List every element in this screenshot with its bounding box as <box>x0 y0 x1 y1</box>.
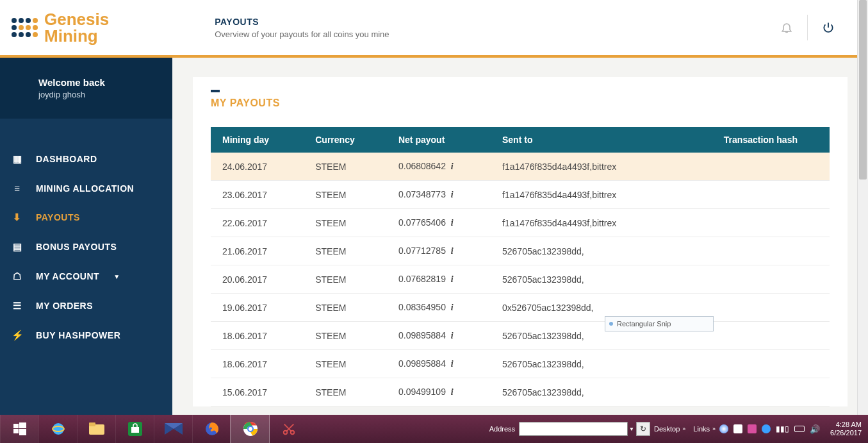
taskbar-app-snipping[interactable] <box>269 415 307 443</box>
chevron-right-icon: » <box>712 426 716 432</box>
table-row[interactable]: 20.06.2017STEEM0.07682819 i526705ac13239… <box>211 265 830 294</box>
info-icon[interactable]: i <box>451 274 454 284</box>
taskbar-desktop-toolbar[interactable]: Desktop » <box>654 425 685 433</box>
logout-button[interactable] <box>808 21 849 34</box>
table-row[interactable]: 18.06.2017STEEM0.09895884 i526705ac13239… <box>211 350 830 378</box>
cell-transaction-hash <box>673 153 830 181</box>
chrome-icon <box>243 421 258 437</box>
sliders-icon: ≡ <box>12 183 23 194</box>
info-icon[interactable]: i <box>451 387 454 397</box>
list-icon: ☰ <box>12 300 23 312</box>
taskbar-address-input[interactable] <box>519 422 628 436</box>
brand-logo[interactable]: Genesis Mining <box>12 11 109 44</box>
sidebar-item-my-account[interactable]: ☖ MY ACCOUNT ▼ <box>0 262 172 291</box>
table-row[interactable]: 21.06.2017STEEM0.07712785 i526705ac13239… <box>211 237 830 265</box>
svg-rect-7 <box>89 422 95 426</box>
windows-taskbar: Address ▼ ↻ Desktop » Links » ▮▮▯ 🔊 4:28… <box>0 415 868 443</box>
info-icon[interactable]: i <box>451 218 454 228</box>
scrollbar[interactable] <box>857 0 868 415</box>
power-icon <box>822 21 835 34</box>
taskbar-app-firefox[interactable] <box>192 415 231 443</box>
taskbar-clock[interactable]: 4:28 AM 6/26/2017 <box>824 421 868 437</box>
cell-transaction-hash <box>673 181 830 209</box>
cell-sent-to: 526705ac132398dd, <box>491 265 673 294</box>
info-icon[interactable]: i <box>451 359 454 369</box>
info-icon[interactable]: i <box>451 303 454 312</box>
cell-mining-day: 22.06.2017 <box>211 209 304 237</box>
tray-network-icon[interactable]: ▮▮▯ <box>776 424 789 433</box>
tray-flag-icon[interactable] <box>748 424 757 433</box>
col-net-payout[interactable]: Net payout <box>387 127 491 153</box>
col-sent-to[interactable]: Sent to <box>491 127 673 153</box>
taskbar-app-explorer[interactable] <box>77 415 115 443</box>
bolt-icon: ⚡ <box>12 330 23 341</box>
info-icon[interactable]: i <box>451 331 454 340</box>
ie-icon <box>51 421 66 437</box>
svg-rect-1 <box>19 422 26 428</box>
table-row[interactable]: 18.06.2017STEEM0.09895884 i526705ac13239… <box>211 322 830 350</box>
col-mining-day[interactable]: Mining day <box>211 127 304 153</box>
store-icon <box>128 422 142 436</box>
accent-bar <box>211 90 220 92</box>
svg-rect-9 <box>131 427 139 433</box>
table-row[interactable]: 15.06.2017STEEM0.09499109 i526705ac13239… <box>211 378 830 406</box>
info-icon[interactable]: i <box>451 162 454 171</box>
svg-point-16 <box>249 427 252 431</box>
cell-net-payout: 0.07348773 i <box>387 181 491 209</box>
sidebar-item-dashboard[interactable]: ▦ DASHBOARD <box>0 144 172 174</box>
sidebar-item-payouts[interactable]: ⬇ PAYOUTS <box>0 203 172 232</box>
taskbar-app-ie[interactable] <box>38 415 77 443</box>
scissors-icon <box>282 422 296 436</box>
tray-sync-icon[interactable] <box>762 424 771 433</box>
cell-net-payout: 0.09895884 i <box>387 350 491 378</box>
cell-currency: STEEM <box>304 294 387 322</box>
sidebar-item-mining-allocation[interactable]: ≡ MINING ALLOCATION <box>0 174 172 203</box>
table-row[interactable]: 23.06.2017STEEM0.07348773 if1a1476f835d4… <box>211 181 830 209</box>
cell-currency: STEEM <box>304 350 387 378</box>
welcome-username: joydip ghosh <box>38 90 160 99</box>
clock-date: 6/26/2017 <box>830 429 862 437</box>
taskbar-app-chrome[interactable] <box>231 415 269 443</box>
taskbar-app-store[interactable] <box>115 415 154 443</box>
col-transaction-hash[interactable]: Transaction hash <box>673 127 830 153</box>
taskbar-address-label: Address <box>489 425 515 433</box>
clock-time: 4:28 AM <box>830 421 862 429</box>
sidebar-item-label: DASHBOARD <box>36 154 97 164</box>
cell-transaction-hash <box>673 237 830 265</box>
taskbar-go-button[interactable]: ↻ <box>636 422 650 436</box>
chevron-down-icon[interactable]: ▼ <box>629 426 634 432</box>
table-row[interactable]: 24.06.2017STEEM0.06808642 if1a1476f835d4… <box>211 153 830 181</box>
page-title-block: PAYOUTS Overview of your payouts for all… <box>215 17 389 39</box>
sidebar-item-bonus-payouts[interactable]: ▤ BONUS PAYOUTS <box>0 232 172 262</box>
col-currency[interactable]: Currency <box>304 127 387 153</box>
table-row[interactable]: 22.06.2017STEEM0.07765406 if1a1476f835d4… <box>211 209 830 237</box>
cell-sent-to: f1a1476f835d4a4493f,bittrex <box>491 153 673 181</box>
tray-volume-icon[interactable]: 🔊 <box>810 424 820 434</box>
system-tray[interactable]: ▮▮▯ 🔊 <box>719 424 820 434</box>
cell-mining-day: 20.06.2017 <box>211 265 304 294</box>
cell-currency: STEEM <box>304 153 387 181</box>
cell-net-payout: 0.06808642 i <box>387 153 491 181</box>
download-icon: ⬇ <box>12 212 23 223</box>
cell-currency: STEEM <box>304 181 387 209</box>
sidebar-item-label: MY ACCOUNT <box>36 271 99 281</box>
info-icon[interactable]: i <box>451 190 454 199</box>
table-row[interactable]: 19.06.2017STEEM0.08364950 i0x526705ac132… <box>211 294 830 322</box>
tray-battery-icon[interactable] <box>794 426 805 432</box>
taskbar-app-mail[interactable] <box>154 415 192 443</box>
start-button[interactable] <box>0 415 38 443</box>
info-icon[interactable]: i <box>451 246 454 256</box>
grid-icon: ▤ <box>12 241 23 253</box>
notifications-button[interactable] <box>766 21 807 35</box>
bell-icon <box>780 21 793 35</box>
sidebar-item-my-orders[interactable]: ☰ MY ORDERS <box>0 291 172 321</box>
top-header: Genesis Mining PAYOUTS Overview of your … <box>0 0 868 58</box>
windows-icon <box>13 422 26 435</box>
cell-mining-day: 18.06.2017 <box>211 322 304 350</box>
cell-mining-day: 23.06.2017 <box>211 181 304 209</box>
sidebar-item-buy-hashpower[interactable]: ⚡ BUY HASHPOWER <box>0 321 172 350</box>
tray-chrome-icon[interactable] <box>719 424 728 433</box>
tray-onedrive-icon[interactable] <box>733 424 742 433</box>
cell-sent-to: f1a1476f835d4a4493f,bittrex <box>491 181 673 209</box>
taskbar-links-toolbar[interactable]: Links » <box>693 425 716 433</box>
